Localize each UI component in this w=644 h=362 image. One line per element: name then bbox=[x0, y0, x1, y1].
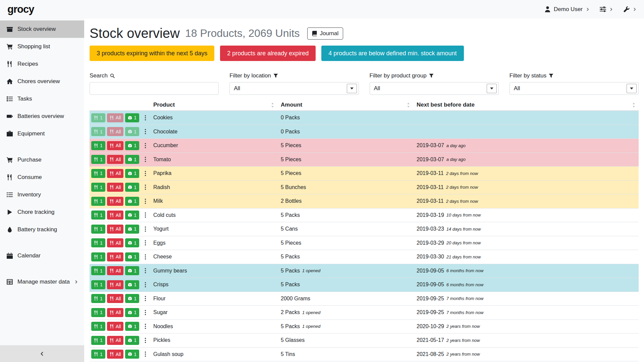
consume-all-button[interactable]: All bbox=[107, 266, 124, 275]
consume-all-button[interactable]: All bbox=[107, 183, 124, 192]
sort-icon[interactable] bbox=[271, 103, 274, 108]
expiring-alert-button[interactable]: 3 products expiring within the next 5 da… bbox=[90, 46, 214, 61]
consume-one-button[interactable]: 1 bbox=[91, 127, 105, 136]
consume-one-button[interactable]: 1 bbox=[91, 294, 105, 303]
open-one-button[interactable]: 1 bbox=[125, 336, 139, 345]
sidebar-item-purchase[interactable]: Purchase bbox=[0, 151, 84, 169]
row-menu-icon[interactable] bbox=[143, 212, 148, 219]
consume-all-button[interactable]: All bbox=[107, 210, 124, 220]
sidebar-item-equipment[interactable]: Equipment bbox=[0, 125, 84, 142]
row-menu-icon[interactable] bbox=[143, 267, 148, 274]
consume-one-button[interactable]: 1 bbox=[91, 350, 105, 359]
sidebar-item-calendar[interactable]: Calendar bbox=[0, 247, 84, 264]
consume-one-button[interactable]: 1 bbox=[91, 155, 105, 164]
consume-all-button[interactable]: All bbox=[107, 155, 124, 164]
search-input[interactable] bbox=[90, 82, 219, 95]
admin-menu[interactable] bbox=[623, 6, 637, 12]
row-menu-icon[interactable] bbox=[143, 253, 148, 260]
status-select[interactable]: All bbox=[509, 82, 639, 95]
consume-all-button[interactable]: All bbox=[107, 127, 124, 136]
user-menu[interactable]: Demo User bbox=[544, 6, 590, 13]
grocy-logo[interactable]: grocy bbox=[7, 3, 34, 15]
consume-all-button[interactable]: All bbox=[107, 350, 124, 359]
location-select[interactable]: All bbox=[229, 82, 359, 95]
open-one-button[interactable]: 1 bbox=[125, 169, 139, 178]
consume-all-button[interactable]: All bbox=[107, 113, 124, 122]
sidebar-item-inventory[interactable]: Inventory bbox=[0, 186, 84, 203]
consume-all-button[interactable]: All bbox=[107, 280, 124, 289]
open-one-button[interactable]: 1 bbox=[125, 197, 139, 206]
consume-all-button[interactable]: All bbox=[107, 252, 124, 261]
consume-all-button[interactable]: All bbox=[107, 308, 124, 317]
consume-one-button[interactable]: 1 bbox=[91, 308, 105, 317]
consume-one-button[interactable]: 1 bbox=[91, 169, 105, 178]
amount-column-header[interactable]: Amount bbox=[277, 100, 413, 110]
consume-all-button[interactable]: All bbox=[107, 294, 124, 303]
consume-all-button[interactable]: All bbox=[107, 336, 124, 345]
consume-all-button[interactable]: All bbox=[107, 322, 124, 331]
row-menu-icon[interactable] bbox=[143, 142, 148, 149]
sidebar-item-battery-tracking[interactable]: Battery tracking bbox=[0, 221, 84, 238]
open-one-button[interactable]: 1 bbox=[125, 266, 139, 275]
sidebar-item-consume[interactable]: Consume bbox=[0, 169, 84, 186]
sidebar-collapse-button[interactable] bbox=[0, 345, 84, 362]
open-one-button[interactable]: 1 bbox=[125, 238, 139, 247]
product-group-select[interactable]: All bbox=[370, 82, 499, 95]
row-menu-icon[interactable] bbox=[143, 226, 148, 233]
open-one-button[interactable]: 1 bbox=[125, 210, 139, 220]
open-one-button[interactable]: 1 bbox=[125, 155, 139, 164]
consume-one-button[interactable]: 1 bbox=[91, 197, 105, 206]
sidebar-item-manage-master-data[interactable]: Manage master data bbox=[0, 273, 84, 291]
consume-one-button[interactable]: 1 bbox=[91, 238, 105, 247]
row-menu-icon[interactable] bbox=[143, 351, 148, 358]
sort-icon[interactable] bbox=[632, 103, 635, 108]
row-menu-icon[interactable] bbox=[143, 309, 148, 316]
open-one-button[interactable]: 1 bbox=[125, 127, 139, 136]
consume-one-button[interactable]: 1 bbox=[91, 266, 105, 275]
sidebar-item-stock-overview[interactable]: Stock overview bbox=[0, 20, 84, 38]
expired-alert-button[interactable]: 2 products are already expired bbox=[220, 46, 316, 61]
below-min-stock-alert-button[interactable]: 4 products are below defined min. stock … bbox=[321, 46, 464, 61]
row-menu-icon[interactable] bbox=[143, 295, 148, 302]
consume-one-button[interactable]: 1 bbox=[91, 322, 105, 331]
sidebar-item-batteries-overview[interactable]: Batteries overview bbox=[0, 108, 84, 125]
consume-one-button[interactable]: 1 bbox=[91, 336, 105, 345]
open-one-button[interactable]: 1 bbox=[125, 308, 139, 317]
consume-all-button[interactable]: All bbox=[107, 238, 124, 247]
best-before-column-header[interactable]: Next best before date bbox=[413, 100, 639, 110]
open-one-button[interactable]: 1 bbox=[125, 294, 139, 303]
consume-one-button[interactable]: 1 bbox=[91, 113, 105, 122]
sort-icon[interactable] bbox=[407, 103, 410, 108]
open-one-button[interactable]: 1 bbox=[125, 113, 139, 122]
settings-menu[interactable] bbox=[600, 6, 613, 12]
open-one-button[interactable]: 1 bbox=[125, 183, 139, 192]
open-one-button[interactable]: 1 bbox=[125, 225, 139, 234]
row-menu-icon[interactable] bbox=[143, 114, 148, 121]
row-menu-icon[interactable] bbox=[143, 239, 148, 246]
row-menu-icon[interactable] bbox=[143, 323, 148, 330]
row-menu-icon[interactable] bbox=[143, 281, 148, 288]
consume-one-button[interactable]: 1 bbox=[91, 225, 105, 234]
open-one-button[interactable]: 1 bbox=[125, 280, 139, 289]
open-one-button[interactable]: 1 bbox=[125, 322, 139, 331]
consume-one-button[interactable]: 1 bbox=[91, 183, 105, 192]
consume-one-button[interactable]: 1 bbox=[91, 280, 105, 289]
consume-all-button[interactable]: All bbox=[107, 141, 124, 150]
consume-all-button[interactable]: All bbox=[107, 225, 124, 234]
sidebar-item-shopping-list[interactable]: Shopping list bbox=[0, 38, 84, 55]
row-menu-icon[interactable] bbox=[143, 156, 148, 163]
sidebar-item-chore-tracking[interactable]: Chore tracking bbox=[0, 203, 84, 221]
row-menu-icon[interactable] bbox=[143, 198, 148, 205]
sidebar-item-tasks[interactable]: Tasks bbox=[0, 90, 84, 108]
consume-one-button[interactable]: 1 bbox=[91, 210, 105, 220]
consume-one-button[interactable]: 1 bbox=[91, 141, 105, 150]
row-menu-icon[interactable] bbox=[143, 170, 148, 177]
journal-button[interactable]: Journal bbox=[307, 27, 343, 40]
row-menu-icon[interactable] bbox=[143, 128, 148, 135]
open-one-button[interactable]: 1 bbox=[125, 350, 139, 359]
product-column-header[interactable]: Product bbox=[150, 100, 277, 110]
consume-all-button[interactable]: All bbox=[107, 169, 124, 178]
sidebar-item-recipes[interactable]: Recipes bbox=[0, 55, 84, 73]
open-one-button[interactable]: 1 bbox=[125, 252, 139, 261]
open-one-button[interactable]: 1 bbox=[125, 141, 139, 150]
